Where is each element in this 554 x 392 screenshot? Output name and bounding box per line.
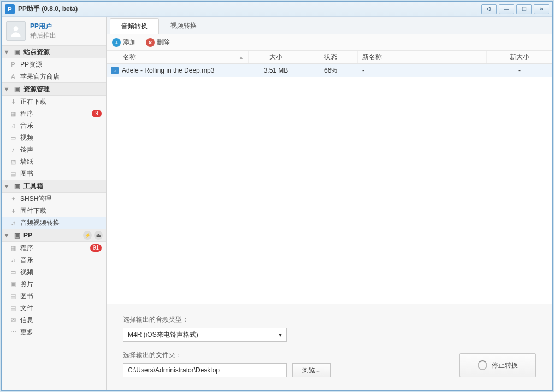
grid-header: 名称 ▲ 大小 状态 新名称 新大小 [107, 51, 552, 64]
section-icon: ▣ [13, 47, 21, 56]
section-header[interactable]: ▣工具箱 [2, 180, 106, 193]
sidebar-item-label: 正在下载 [20, 97, 46, 106]
output-folder-label: 选择输出的文件夹： [123, 351, 449, 360]
eject-icon[interactable]: ⏏ [94, 231, 103, 240]
tab-audio[interactable]: 音频转换 [110, 18, 159, 34]
sidebar-item[interactable]: ♪铃声 [2, 144, 106, 156]
plus-icon: + [112, 38, 121, 47]
sidebar: PP用户 稍后推出 ▣站点资源PPP资源A苹果官方商店▣资源管理⬇正在下载▦程序… [2, 17, 107, 390]
settings-button[interactable]: ⚙ [481, 4, 497, 14]
sidebar-item[interactable]: ♫音乐 [2, 254, 106, 266]
badge: 9 [92, 110, 102, 117]
maximize-button[interactable]: ☐ [516, 4, 532, 14]
sidebar-item[interactable]: ▤图书 [2, 168, 106, 180]
music-icon: ♫ [9, 122, 17, 129]
sidebar-item[interactable]: ▭视频 [2, 266, 106, 278]
toolbar: + 添加 × 删除 [107, 34, 552, 51]
sort-asc-icon: ▲ [239, 55, 244, 60]
table-row[interactable]: ♪Adele - Rolling in the Deep.mp33.51 MB6… [107, 64, 552, 77]
browse-button[interactable]: 浏览... [292, 363, 331, 377]
app-icon: ▦ [9, 244, 17, 252]
delete-label: 删除 [157, 38, 170, 47]
section-icon: ▣ [13, 182, 21, 191]
bottom-panel: 选择输出的音频类型： M4R (iOS来电铃声格式) ▾ 选择输出的文件夹： C… [107, 304, 552, 390]
sidebar-item-label: SHSH管理 [20, 194, 51, 204]
music-file-icon: ♪ [111, 67, 119, 74]
section-icon: ▣ [13, 85, 21, 93]
pp-icon: P [9, 61, 17, 68]
sidebar-item-label: 文件 [20, 304, 33, 313]
video-icon: ▭ [9, 268, 17, 276]
main-panel: 音频转换 视频转换 + 添加 × 删除 名称 ▲ 大小 状态 [107, 17, 552, 390]
titlebar: P PP助手 (0.8.0, beta) ⚙ — ☐ ✕ [2, 2, 552, 17]
col-size[interactable]: 大小 [249, 51, 303, 63]
download-icon: ⬇ [9, 98, 17, 105]
section-header[interactable]: ▣PP⚡⏏ [2, 229, 106, 242]
sidebar-item-label: 固件下载 [20, 206, 46, 216]
sidebar-item[interactable]: ⬇固件下载 [2, 205, 106, 217]
sidebar-item-label: 图书 [20, 292, 33, 301]
app-window: P PP助手 (0.8.0, beta) ⚙ — ☐ ✕ PP用户 稍后推出 ▣… [1, 1, 553, 391]
file-icon: ▤ [9, 304, 17, 312]
book-icon: ▤ [9, 292, 17, 300]
window-title: PP助手 (0.8.0, beta) [18, 4, 78, 14]
sidebar-item[interactable]: PPP资源 [2, 58, 106, 70]
app-icon: ▦ [9, 110, 17, 117]
photo-icon: ▣ [9, 280, 17, 288]
ringtone-icon: ♪ [9, 146, 17, 153]
section-header[interactable]: ▣资源管理 [2, 82, 106, 96]
file-size: 3.51 MB [249, 67, 303, 74]
section-label: 工具箱 [23, 182, 43, 191]
sidebar-item-label: PP资源 [20, 60, 42, 69]
sidebar-item-label: 音频视频转换 [20, 218, 60, 228]
delete-button[interactable]: × 删除 [146, 38, 170, 47]
wallpaper-icon: ▧ [9, 158, 17, 165]
chevron-down-icon [5, 182, 11, 190]
battery-icon: ⚡ [83, 231, 92, 240]
sidebar-item[interactable]: ▤文件 [2, 302, 106, 314]
tabs: 音频转换 视频转换 [107, 17, 552, 34]
sidebar-item[interactable]: A苹果官方商店 [2, 70, 106, 82]
sidebar-item[interactable]: ♫音乐 [2, 120, 106, 132]
sidebar-item[interactable]: ⋯更多 [2, 326, 106, 338]
more-icon: ⋯ [9, 328, 17, 336]
sidebar-item-label: 图书 [20, 169, 33, 179]
output-type-select[interactable]: M4R (iOS来电铃声格式) ▾ [123, 328, 287, 342]
sidebar-item[interactable]: ▧墙纸 [2, 156, 106, 168]
sidebar-item[interactable]: ▭视频 [2, 132, 106, 144]
sidebar-item[interactable]: ✦SHSH管理 [2, 193, 106, 205]
sidebar-item[interactable]: ▦程序91 [2, 242, 106, 254]
user-name: PP用户 [30, 22, 56, 31]
section-header[interactable]: ▣站点资源 [2, 45, 106, 58]
sidebar-item-label: 视频 [20, 133, 33, 142]
firmware-icon: ⬇ [9, 207, 17, 215]
user-box: PP用户 稍后推出 [2, 17, 106, 45]
sidebar-item[interactable]: ♬音频视频转换 [2, 217, 106, 229]
sidebar-item[interactable]: ✉信息 [2, 314, 106, 326]
col-name[interactable]: 名称 ▲ [107, 51, 249, 63]
sidebar-item[interactable]: ▤图书 [2, 290, 106, 302]
section-icon: ▣ [13, 231, 21, 240]
info-icon: ✉ [9, 316, 17, 324]
refresh-icon [478, 360, 487, 370]
sidebar-item-label: 信息 [20, 316, 33, 325]
sidebar-item-label: 程序 [20, 243, 33, 253]
col-newname[interactable]: 新名称 [358, 51, 487, 63]
delete-icon: × [146, 38, 155, 47]
close-button[interactable]: ✕ [534, 4, 549, 14]
col-status[interactable]: 状态 [303, 51, 358, 63]
sidebar-item-label: 视频 [20, 268, 33, 277]
minimize-button[interactable]: — [499, 4, 514, 14]
sidebar-item[interactable]: ▦程序9 [2, 108, 106, 120]
avatar-icon [6, 21, 26, 41]
sidebar-item[interactable]: ▣照片 [2, 278, 106, 290]
app-logo-icon: P [5, 4, 15, 14]
tab-video[interactable]: 视频转换 [159, 17, 208, 34]
output-folder-input[interactable]: C:\Users\Administrator\Desktop [123, 363, 287, 377]
sidebar-item[interactable]: ⬇正在下载 [2, 96, 106, 108]
shsh-icon: ✦ [9, 195, 17, 203]
add-button[interactable]: + 添加 [112, 38, 136, 47]
stop-convert-button[interactable]: 停止转换 [459, 353, 536, 377]
col-newsize[interactable]: 新大小 [487, 51, 552, 63]
section-label: 资源管理 [23, 85, 50, 94]
